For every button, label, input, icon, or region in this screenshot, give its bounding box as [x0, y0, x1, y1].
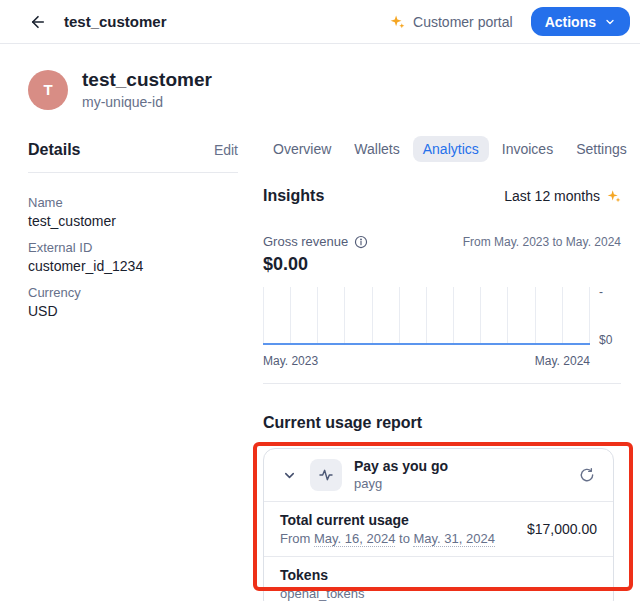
chart-gridline — [344, 287, 345, 345]
collapse-toggle[interactable] — [280, 466, 298, 484]
actions-label: Actions — [545, 14, 596, 30]
chart-gridline — [507, 287, 508, 345]
customer-portal-label: Customer portal — [413, 14, 513, 30]
chart-gridline — [317, 287, 318, 345]
chevron-down-icon — [604, 16, 616, 28]
chart-gridline — [399, 287, 400, 345]
period-to-word: to — [399, 531, 410, 546]
usage-item-row: Tokens openai_tokens — [264, 556, 613, 601]
plan-name: Pay as you go — [354, 458, 448, 475]
info-icon[interactable] — [354, 235, 368, 249]
plan-code: payg — [354, 476, 448, 492]
activity-icon — [318, 467, 334, 483]
total-usage-label: Total current usage — [280, 511, 495, 529]
total-usage-row: Total current usage From May. 16, 2024 t… — [264, 501, 613, 556]
details-heading: Details — [28, 141, 80, 159]
customer-external-id: my-unique-id — [82, 93, 212, 111]
arrow-left-icon — [29, 13, 47, 31]
field-label: External ID — [28, 239, 238, 256]
main-content: Details Edit Name test_customer External… — [0, 111, 640, 601]
chart-gridline — [589, 287, 590, 345]
back-button[interactable] — [26, 10, 50, 34]
chart-y-axis: - $0 — [590, 285, 612, 347]
divider — [263, 383, 621, 384]
actions-button[interactable]: Actions — [531, 7, 630, 36]
period-selector[interactable]: Last 12 months — [504, 188, 621, 204]
refresh-icon — [579, 467, 595, 483]
tab-invoices[interactable]: Invoices — [492, 136, 563, 162]
tab-wallets[interactable]: Wallets — [344, 136, 409, 162]
chart-gridline — [263, 287, 264, 345]
sparkle-icon — [607, 189, 621, 203]
refresh-button[interactable] — [577, 465, 597, 485]
chevron-down-icon — [282, 468, 297, 483]
period-from-word: From — [280, 531, 310, 546]
topbar-title: test_customer — [64, 13, 167, 30]
details-panel: Details Edit Name test_customer External… — [28, 141, 238, 601]
y-tick-top: - — [599, 285, 612, 299]
chart-x-axis: May. 2023 May. 2024 — [263, 354, 590, 368]
field-label: Currency — [28, 284, 238, 301]
edit-button[interactable]: Edit — [214, 142, 238, 158]
gross-revenue-chart: - $0 — [263, 287, 621, 347]
field-label: Name — [28, 194, 238, 211]
field-value: USD — [28, 303, 238, 320]
field-value: test_customer — [28, 213, 238, 230]
chart-zero-line — [263, 343, 590, 345]
customer-header: T test_customer my-unique-id — [0, 44, 640, 111]
usage-item-name: Tokens — [280, 566, 365, 584]
detail-field-external-id: External ID customer_id_1234 — [28, 239, 238, 275]
tab-bar: Overview Wallets Analytics Invoices Sett… — [263, 136, 621, 162]
field-value: customer_id_1234 — [28, 258, 238, 275]
gross-revenue-label: Gross revenue — [263, 234, 348, 249]
chart-gridline — [480, 287, 481, 345]
gross-revenue-value: $0.00 — [263, 254, 621, 275]
y-tick-zero: $0 — [599, 333, 612, 347]
tab-analytics[interactable]: Analytics — [413, 136, 489, 162]
topbar: test_customer Customer portal Actions — [0, 0, 640, 44]
period-start-date[interactable]: May. 16, 2024 — [314, 531, 395, 547]
plan-header-row: Pay as you go payg — [264, 449, 613, 501]
avatar: T — [28, 70, 68, 110]
chart-gridline — [372, 287, 373, 345]
x-tick-end: May. 2024 — [535, 354, 590, 368]
chart-gridline — [535, 287, 536, 345]
customer-name: test_customer — [82, 68, 212, 91]
usage-report-heading: Current usage report — [263, 414, 621, 432]
chart-gridline — [453, 287, 454, 345]
analytics-panel: Overview Wallets Analytics Invoices Sett… — [263, 141, 621, 601]
chart-gridlines — [263, 287, 590, 345]
chart-gridline — [426, 287, 427, 345]
tab-settings[interactable]: Settings — [566, 136, 637, 162]
x-tick-start: May. 2023 — [263, 354, 318, 368]
insights-heading: Insights — [263, 187, 324, 205]
chart-gridline — [562, 287, 563, 345]
period-label: Last 12 months — [504, 188, 600, 204]
detail-field-currency: Currency USD — [28, 284, 238, 320]
chart-gridline — [290, 287, 291, 345]
detail-field-name: Name test_customer — [28, 194, 238, 230]
tab-overview[interactable]: Overview — [263, 136, 341, 162]
sparkle-icon — [390, 14, 405, 29]
total-usage-period: From May. 16, 2024 to May. 31, 2024 — [280, 530, 495, 547]
total-usage-amount: $17,000.00 — [527, 521, 597, 537]
revenue-date-range: From May. 2023 to May. 2024 — [463, 235, 621, 249]
plan-tile — [310, 459, 342, 491]
period-end-date[interactable]: May. 31, 2024 — [413, 531, 494, 547]
customer-portal-button[interactable]: Customer portal — [390, 14, 513, 30]
usage-card: Pay as you go payg Total current usage — [263, 448, 614, 601]
usage-item-code: openai_tokens — [280, 585, 365, 601]
